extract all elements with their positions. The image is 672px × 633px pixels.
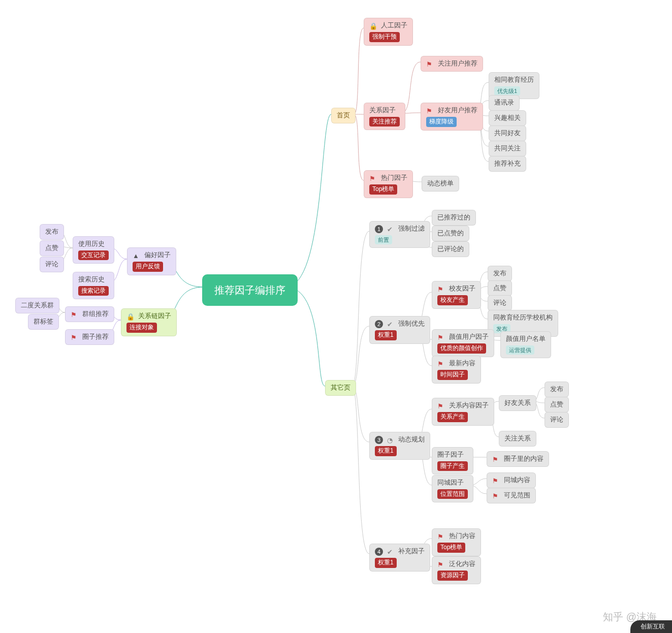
flag-icon: ⚑ — [71, 334, 78, 341]
hot-factor[interactable]: ⚑ 热门因子 Top榜单 — [364, 170, 413, 198]
already-commented[interactable]: 已评论的 — [432, 241, 469, 257]
check-icon: ✔ — [387, 226, 395, 233]
flag-icon: ⚑ — [437, 561, 445, 568]
circle-content[interactable]: ⚑ 圈子里的内容 — [487, 451, 549, 467]
stage-number-icon: 3 — [375, 436, 383, 444]
hot-content[interactable]: ⚑ 热门内容 Top榜单 — [432, 528, 481, 556]
relation-chain-factor[interactable]: 🔒 关系链因子 连接对象 — [121, 308, 177, 336]
friend-rel-comment[interactable]: 评论 — [545, 412, 569, 428]
home-page[interactable]: 首页 — [331, 108, 356, 123]
group-tag[interactable]: 群标签 — [28, 314, 59, 330]
flag-icon: ⚑ — [492, 492, 500, 500]
mutual-follow[interactable]: 共同关注 — [489, 141, 526, 156]
flag-icon: ⚑ — [426, 107, 434, 115]
root-node[interactable]: 推荐因子编排序 — [202, 274, 298, 306]
flag-icon: ⚑ — [437, 533, 445, 541]
flag-icon: ⚑ — [492, 477, 500, 485]
visible-range[interactable]: ⚑ 可见范围 — [487, 488, 536, 503]
usage-history[interactable]: 使用历史 交互记录 — [73, 236, 114, 264]
circle-recommend[interactable]: ⚑ 圈子推荐 — [65, 329, 114, 345]
lock-icon: 🔒 — [369, 22, 377, 30]
follow-relation[interactable]: 关注关系 — [499, 431, 536, 447]
corner-logo: 创新互联 — [630, 620, 672, 633]
already-recommended[interactable]: 已推荐过的 — [432, 210, 476, 226]
stage-force-filter[interactable]: 1 ✔ 强制过滤 前置 — [369, 221, 430, 248]
stage-number-icon: 1 — [375, 225, 383, 233]
friend-rel-publish[interactable]: 发布 — [545, 382, 569, 397]
friend-rel-like[interactable]: 点赞 — [545, 397, 569, 413]
school-factor[interactable]: ⚑ 校友因子 校友产生 — [432, 281, 481, 309]
follow-user-recommend[interactable]: ⚑ 关注用户推荐 — [421, 56, 483, 72]
flag-icon: ⚑ — [437, 286, 445, 293]
school-publish[interactable]: 发布 — [488, 266, 512, 281]
lock-icon: 🔒 — [126, 313, 134, 321]
warning-icon: ▲ — [133, 252, 140, 260]
group-recommend[interactable]: ⚑ 群组推荐 — [65, 306, 114, 322]
already-liked[interactable]: 已点赞的 — [432, 226, 469, 241]
stage-supplement[interactable]: 4 ✔ 补充因子 权重1 — [369, 544, 430, 572]
clock-icon: ◔ — [387, 436, 395, 444]
friend-user-recommend[interactable]: ⚑ 好友用户推荐 梯度降级 — [421, 103, 483, 131]
check-icon: ✔ — [387, 548, 395, 556]
relation-factor[interactable]: 关系因子 关注推荐 — [364, 103, 405, 130]
school-like[interactable]: 点赞 — [488, 280, 512, 296]
beauty-user-list[interactable]: 颜值用户名单 运营提供 — [500, 331, 551, 358]
flag-icon: ⚑ — [426, 60, 434, 68]
friend-relation[interactable]: 好友关系 — [499, 395, 536, 411]
recommend-supplement[interactable]: 推荐补充 — [489, 156, 526, 172]
interest-related[interactable]: 兴趣相关 — [489, 110, 526, 126]
flag-icon: ⚑ — [369, 175, 377, 182]
stage-dynamic-plan[interactable]: 3 ◔ 动态规划 权重1 — [369, 432, 430, 460]
flag-icon: ⚑ — [437, 360, 445, 368]
manual-factor[interactable]: 🔒 人工因子 强制干预 — [364, 18, 413, 46]
flag-icon: ⚑ — [437, 334, 445, 341]
stage-number-icon: 2 — [375, 320, 383, 328]
newest-content[interactable]: ⚑ 最新内容 时间因子 — [432, 356, 481, 384]
city-factor[interactable]: 同城因子 位置范围 — [432, 475, 473, 502]
flag-icon: ⚑ — [71, 311, 78, 319]
circle-factor[interactable]: 圈子因子 圈子产生 — [432, 447, 473, 474]
relation-content-factor[interactable]: ⚑ 关系内容因子 关系产生 — [432, 398, 494, 426]
other-pages[interactable]: 其它页 — [325, 380, 356, 396]
history-publish[interactable]: 发布 — [40, 224, 64, 240]
flag-icon: ⚑ — [437, 402, 445, 410]
contacts[interactable]: 通讯录 — [489, 95, 520, 111]
history-like[interactable]: 点赞 — [40, 240, 64, 256]
second-degree-group[interactable]: 二度关系群 — [15, 298, 59, 313]
flag-icon: ⚑ — [492, 456, 500, 463]
check-icon: ✔ — [387, 321, 395, 328]
beauty-factor[interactable]: ⚑ 颜值用户因子 优质的颜值创作 — [432, 329, 494, 357]
history-comment[interactable]: 评论 — [40, 257, 64, 272]
preference-factor[interactable]: ▲ 偏好因子 用户反馈 — [127, 247, 176, 275]
stage-number-icon: 4 — [375, 548, 383, 556]
mutual-friends[interactable]: 共同好友 — [489, 125, 526, 141]
root-title: 推荐因子编排序 — [214, 284, 285, 296]
city-content[interactable]: ⚑ 同城内容 — [487, 472, 536, 488]
dynamic-rank[interactable]: 动态榜单 — [422, 176, 459, 192]
stage-force-priority[interactable]: 2 ✔ 强制优先 权重1 — [369, 316, 430, 344]
search-history[interactable]: 搜索历史 搜索记录 — [73, 272, 114, 299]
general-content[interactable]: ⚑ 泛化内容 资源因子 — [432, 556, 481, 584]
school-comment[interactable]: 评论 — [488, 295, 512, 311]
